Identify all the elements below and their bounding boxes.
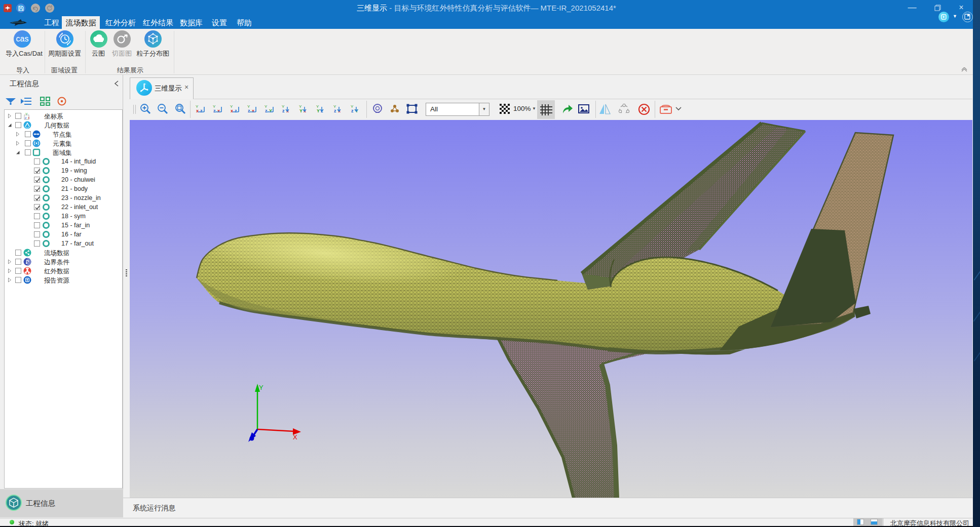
svg-text:x: x xyxy=(28,116,30,119)
svg-text:z: z xyxy=(248,108,250,113)
svg-text:X: X xyxy=(293,433,297,441)
svg-text:Y: Y xyxy=(259,384,263,391)
svg-text:z: z xyxy=(235,108,237,113)
svg-text:z: z xyxy=(265,108,268,113)
svg-text:x: x xyxy=(196,108,199,113)
svg-text:z: z xyxy=(200,108,203,113)
svg-text:z: z xyxy=(282,108,285,113)
svg-text:z: z xyxy=(25,116,27,119)
svg-text:x: x xyxy=(231,108,233,113)
svg-text:Y: Y xyxy=(25,112,28,116)
svg-text:x: x xyxy=(217,108,220,113)
svg-text:Y: Y xyxy=(269,108,272,113)
svg-text:Y: Y xyxy=(317,108,320,113)
svg-text:x: x xyxy=(252,108,254,113)
svg-text:z: z xyxy=(351,108,354,113)
svg-text:z: z xyxy=(334,108,336,113)
svg-text:Y: Y xyxy=(299,108,303,113)
svg-text:z: z xyxy=(213,108,216,113)
